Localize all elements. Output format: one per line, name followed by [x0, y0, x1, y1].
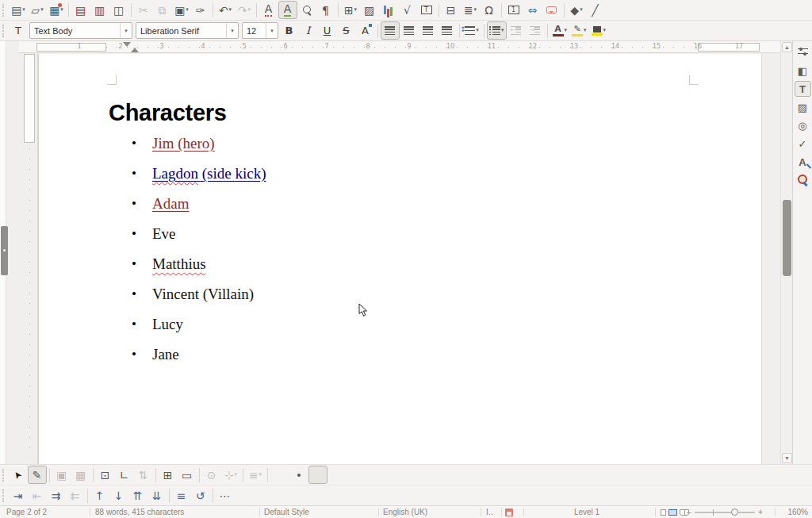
promote-with-subpoints-button[interactable]: ⇇	[66, 486, 85, 505]
demote-with-subpoints-button[interactable]: ⇉	[47, 486, 66, 505]
redo-button[interactable]: ↷ ▾	[235, 1, 254, 19]
insert-unnumbered-entry-button[interactable]: ≡	[172, 486, 191, 505]
insert-comment-button[interactable]	[542, 1, 561, 19]
promote-outline-button[interactable]: ⇤	[28, 486, 47, 505]
form-navigator-button[interactable]: ∟	[115, 466, 134, 484]
list-item-text[interactable]: Vincent (Villain)	[152, 286, 254, 302]
separator[interactable]	[377, 24, 378, 38]
list-item[interactable]: • Matthius	[39, 249, 673, 279]
list-item[interactable]: • Lagdon (side kick)	[39, 159, 673, 189]
page-style[interactable]: Default Style	[264, 508, 309, 516]
list-item[interactable]: • Jim (hero)	[39, 129, 673, 159]
separator[interactable]	[49, 468, 50, 482]
align-center-button[interactable]	[400, 21, 419, 40]
left-indent-marker[interactable]	[131, 48, 139, 52]
align-objects-button[interactable]: ≡ ▾	[246, 466, 265, 484]
list-item[interactable]: • Vincent (Villain)	[39, 279, 673, 309]
export-pdf-button[interactable]: ▤	[71, 1, 90, 19]
separator[interactable]	[131, 3, 132, 17]
highlighting-color-button[interactable]: ✎ ▾	[569, 21, 589, 40]
align-left-button[interactable]	[381, 21, 400, 40]
chevron-down-icon[interactable]: ▾	[120, 23, 132, 38]
print-button[interactable]: ▥	[90, 1, 109, 19]
text-language[interactable]: English (UK)	[383, 508, 427, 516]
separator[interactable]	[93, 468, 94, 482]
separator[interactable]	[501, 3, 502, 17]
position-and-size-button[interactable]: ⊹ ▾	[221, 466, 240, 484]
decrease-indent-button[interactable]	[507, 21, 526, 40]
move-up-button[interactable]: ↑	[90, 486, 109, 505]
multi-page-view-icon[interactable]	[668, 509, 677, 516]
vertical-scrollbar[interactable]: ▲ ▼	[780, 41, 792, 464]
toolbar-grip[interactable]	[2, 469, 6, 482]
paragraph-style-value[interactable]: Text Body	[30, 26, 120, 36]
new-document-button[interactable]: ▤ ▾	[9, 1, 28, 19]
zoom-in-button[interactable]: +	[758, 508, 763, 516]
separator[interactable]	[68, 3, 69, 17]
list-item[interactable]: • Jane	[39, 340, 673, 370]
separator[interactable]	[87, 489, 88, 503]
separator[interactable]	[564, 3, 565, 17]
display-grid-button[interactable]	[270, 466, 289, 484]
accessibility-check-tab[interactable]: ✓	[795, 136, 811, 152]
scroll-down-button[interactable]: ▼	[782, 453, 792, 463]
paragraph-style-button[interactable]: T	[9, 21, 28, 40]
save-button[interactable]: ▦ ▾	[47, 1, 66, 19]
form-control-wizards-button[interactable]: ▣	[52, 466, 71, 484]
add-field-button[interactable]: ⊞	[159, 466, 178, 484]
zoom-slider-knob[interactable]	[731, 508, 738, 516]
find-replace-button[interactable]	[297, 1, 316, 19]
scroll-up-button[interactable]: ▲	[782, 42, 792, 52]
insert-image-button[interactable]: ▨	[360, 1, 379, 19]
list-item-text[interactable]: Jane	[152, 346, 179, 363]
open-in-design-mode-button[interactable]: ▭	[178, 466, 197, 484]
insert-chart-button[interactable]	[379, 1, 398, 19]
strikethrough-button[interactable]: S	[337, 21, 356, 40]
align-right-button[interactable]	[419, 21, 438, 40]
list-item-text[interactable]: Jim (hero)	[152, 135, 215, 152]
move-down-with-subpoints-button[interactable]: ⇊	[147, 486, 167, 505]
spelling-button[interactable]: A	[259, 1, 278, 19]
insert-line-button[interactable]: ╱	[586, 1, 605, 19]
outline-level[interactable]: Level 1	[555, 508, 619, 516]
paragraph-style-combobox[interactable]: Text Body ▾	[29, 22, 132, 39]
document-heading[interactable]: Characters	[109, 100, 227, 126]
zoom-percent[interactable]: 160%	[781, 508, 808, 516]
insert-field-button[interactable]: ≣ ▾	[461, 1, 480, 19]
insert-mode-indicator[interactable]: I‥	[486, 508, 493, 516]
list-item[interactable]: • Eve	[39, 219, 673, 249]
font-color-button[interactable]: A ▾	[550, 21, 570, 40]
gallery-tab[interactable]: ▨	[795, 99, 811, 115]
chevron-down-icon[interactable]: ▾	[266, 23, 278, 38]
list-item[interactable]: • Lucy	[39, 309, 673, 340]
document-modified-icon[interactable]	[505, 508, 513, 516]
copy-button[interactable]: ⧉	[153, 1, 172, 19]
font-name-combobox[interactable]: Liberation Serif ▾	[136, 22, 239, 39]
zoom-slider-track[interactable]	[695, 512, 755, 513]
left-panel-grip[interactable]	[1, 226, 8, 275]
separator[interactable]	[338, 3, 339, 17]
form-properties-button[interactable]: ▦	[71, 466, 90, 484]
list-item-text[interactable]: Lucy	[152, 316, 183, 332]
font-size-value[interactable]: 12	[243, 26, 266, 36]
insert-footnote-button[interactable]	[504, 1, 523, 19]
activation-order-button[interactable]: ⇅	[134, 466, 153, 484]
horizontal-ruler[interactable]: 1234567891011121314151617	[19, 41, 780, 53]
sidebar-settings-tab[interactable]	[795, 44, 811, 60]
insert-hyperlink-button[interactable]: ⇔	[523, 1, 542, 19]
cut-button[interactable]: ✂	[134, 1, 153, 19]
control-properties-button[interactable]: ⊡	[96, 466, 115, 484]
demote-outline-button[interactable]: ⇥	[9, 486, 28, 505]
page-count[interactable]: Page 2 of 2	[6, 508, 47, 516]
first-line-indent-marker[interactable]	[123, 42, 131, 47]
toolbar-grip[interactable]	[2, 25, 6, 37]
italic-button[interactable]: I	[299, 21, 318, 40]
zoom-out-button[interactable]: –	[687, 508, 691, 516]
automatic-control-focus-button[interactable]: ⊙	[202, 466, 221, 484]
paste-button[interactable]: ▣ ▾	[172, 1, 191, 19]
single-page-view-icon[interactable]	[661, 509, 666, 516]
increase-indent-button[interactable]	[526, 21, 545, 40]
font-name-value[interactable]: Liberation Serif	[136, 26, 226, 36]
special-character-button[interactable]: Ω	[480, 1, 499, 19]
line-spacing-button[interactable]: ▾	[462, 21, 481, 40]
